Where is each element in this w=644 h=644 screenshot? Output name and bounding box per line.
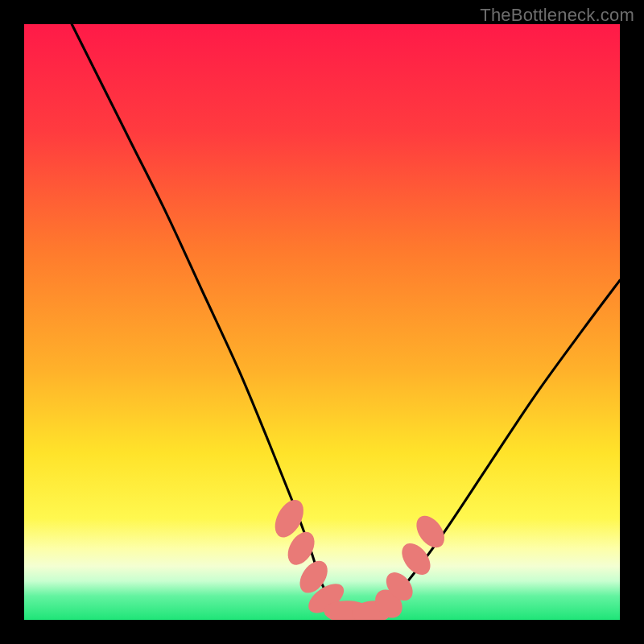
frame: TheBottleneck.com bbox=[0, 0, 644, 644]
attribution-text: TheBottleneck.com bbox=[480, 5, 634, 26]
chart-svg bbox=[24, 24, 620, 620]
highlight-markers bbox=[269, 495, 450, 620]
plot-area bbox=[24, 24, 620, 620]
curve-line bbox=[72, 24, 620, 615]
